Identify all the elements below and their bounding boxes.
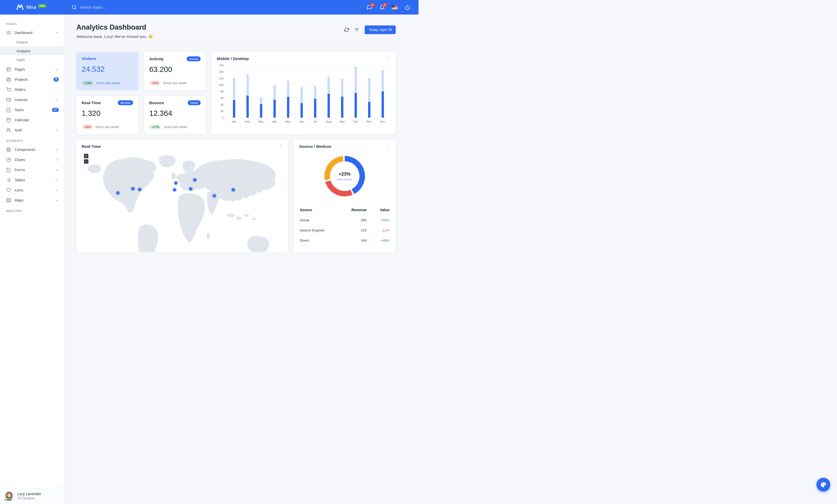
mobile-bar-segment [355,93,357,118]
desktop-bar-segment [301,87,303,103]
refresh-button[interactable] [343,26,351,34]
sidebar-item-orders[interactable]: Orders [0,85,64,95]
page-subtitle: Welcome back, Lucy! We've missed you. 👋 [76,34,153,39]
sidebar-item-label: Charts [15,158,51,162]
mobile-bar-segment [246,96,249,118]
sidebar-section-elements: ELEMENTS [0,135,64,145]
filter-button[interactable] [353,26,360,34]
bar-stack [287,65,289,118]
stat-title: Activity [149,57,164,61]
mobile-bar-segment [327,94,330,118]
zoom-in-button[interactable]: + [84,154,88,158]
value-cell: +46% [367,239,389,242]
sidebar-item-label: Projects [15,77,50,81]
mobile-bar-segment [341,97,343,118]
stat-card-visitors: Visitors 24.532 +14% Since last week [76,52,138,90]
desktop-bar-segment [314,86,316,99]
y-tick-label: 100 [219,83,224,86]
bar-jul [308,65,322,118]
chevron-down-icon [55,67,59,72]
sidebar-section-mira-pro: MIRA PRO [0,205,64,214]
sidebar-item-calendar[interactable]: Calendar [0,115,64,125]
sidebar-item-icons[interactable]: Icons [0,185,64,195]
bar-stack [233,65,235,118]
shopping-cart-icon [6,87,11,92]
page-header: Analytics Dashboard Welcome back, Lucy! … [76,23,396,39]
divider [76,45,396,46]
sidebar-section-pages: PAGES [0,18,64,27]
sidebar-subitem-default[interactable]: Default [0,38,64,46]
stat-note: Since last week [95,125,119,129]
stat-title: Visitors [82,56,96,61]
chart-y-axis: 020406080100120140160 [217,65,224,118]
messages-button[interactable]: 3 [367,5,372,10]
bar-may [281,65,295,118]
chevron-up-icon [55,31,59,35]
table-row-direct: Direct164+46% [299,236,390,245]
list-icon [6,178,11,182]
language-button[interactable] [392,5,398,10]
bar-stack [327,65,330,118]
desktop-bar-segment [341,78,343,97]
search-icon [71,5,77,10]
sidebar-item-invoices[interactable]: Invoices [0,95,64,105]
stat-card-activity: Activity Annual 63.200 -12% Since last w… [144,52,206,90]
header-revenue: Revenue [344,208,367,212]
source-menu-button[interactable] [385,144,390,149]
stat-note: Since last week [164,125,187,129]
bar-mar [254,65,268,118]
more-vertical-icon [386,56,390,61]
stat-period-badge: Annual [186,56,201,61]
stat-delta-badge: +14% [82,80,94,86]
table-row-search-engines: Search Engines125-12% [299,225,390,236]
bar-stack [355,65,357,118]
stat-title: Bounce [149,100,164,105]
sidebar-subitem-analytics[interactable]: Analytics [0,46,64,55]
brand-link[interactable]: Mira PRO [0,4,64,11]
visitor-marker [174,182,177,184]
bar-stack [301,65,303,118]
check-square-icon [6,108,11,112]
grid-icon [6,147,11,152]
heart-icon [6,188,11,192]
sidebar-item-maps[interactable]: Maps [0,195,64,205]
stat-period-badge: Monthly [118,100,133,105]
more-vertical-icon [385,144,390,149]
chart-menu-button[interactable] [386,56,390,61]
donut-center-label: +23% [338,171,351,177]
stat-card-bounce: Bounce Yearly 12.364 +27% Since last wee… [144,96,206,134]
sidebar-item-label: Orders [15,88,59,92]
notifications-button[interactable]: 7 [379,5,385,10]
today-button[interactable]: Today: April 29 [365,25,396,34]
sidebar-item-pages[interactable]: Pages [0,64,64,74]
mobile-desktop-card: Mobile / Desktop 020406080100120140160 J… [212,52,396,134]
sidebar-item-tasks[interactable]: Tasks17 [0,105,64,115]
signout-button[interactable] [405,5,410,10]
chevron-down-icon [55,198,59,202]
sidebar-item-label: Dashboard [15,31,51,35]
bar-nov [362,65,376,118]
map-menu-button[interactable] [278,144,283,149]
stat-note: Since last week [163,81,186,85]
bar-dec [376,65,389,118]
search-input[interactable] [79,5,137,10]
sidebar-item-tables[interactable]: Tables [0,175,64,185]
briefcase-icon [6,77,11,82]
sidebar-item-dashboard[interactable]: Dashboard [0,27,64,38]
revenue-cell: 125 [344,228,367,232]
revenue-cell: 260 [344,218,367,222]
map-icon [6,198,11,203]
sidebar-item-charts[interactable]: Charts [0,154,64,165]
zoom-out-button[interactable]: − [84,159,88,164]
mira-logo-icon [16,4,24,11]
bars-row [226,65,390,118]
sidebar-nav-pages: DashboardDefaultAnalyticsSaaSPagesProjec… [0,27,64,135]
sidebar-item-auth[interactable]: Auth [0,125,64,135]
chevron-down-icon [55,158,59,162]
sidebar-item-projects[interactable]: Projects8 [0,74,64,85]
bar-stack [260,65,262,118]
sidebar-item-forms[interactable]: Forms [0,165,64,175]
sidebar-item-components[interactable]: Components [0,145,64,154]
main-content: Analytics Dashboard Welcome back, Lucy! … [64,15,418,252]
sidebar-subitem-saas[interactable]: SaaS [0,55,64,64]
